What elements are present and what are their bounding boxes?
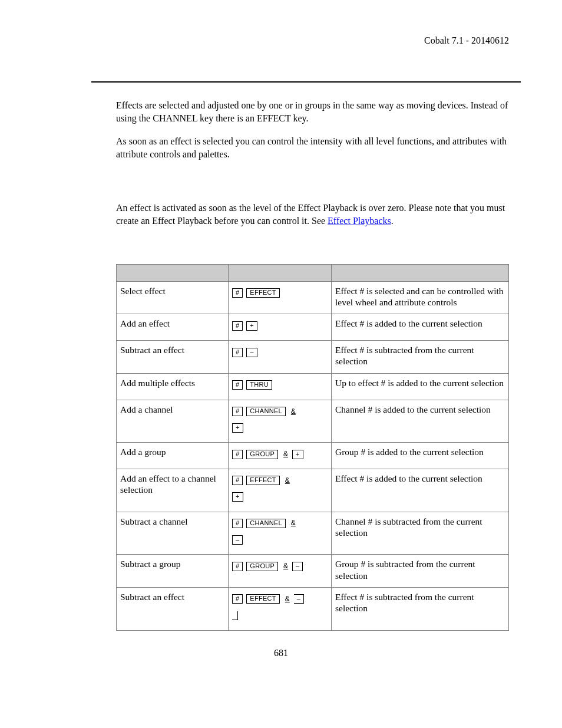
amp-separator: & <box>291 406 296 417</box>
key-plus: + <box>232 492 243 502</box>
desc-cell: Channel # is added to the current select… <box>332 400 509 443</box>
keys-cell: # CHANNEL & – <box>229 512 332 555</box>
table-row: Subtract an effect # EFFECT & – Effect #… <box>117 587 509 630</box>
table-row: Subtract an effect # – Effect # is subtr… <box>117 341 509 374</box>
key-channel: CHANNEL <box>246 519 286 528</box>
key-hash: # <box>232 519 243 528</box>
key-hash: # <box>232 380 243 390</box>
keys-cell: # + <box>229 314 332 341</box>
desc-cell: Group # is subtracted from the current s… <box>332 555 509 588</box>
key-effect: EFFECT <box>246 476 280 485</box>
key-effect: EFFECT <box>246 594 280 604</box>
key-hash: # <box>232 594 243 604</box>
key-minus: – <box>246 348 257 357</box>
page-number: 681 <box>0 648 562 658</box>
table-header-3 <box>332 264 509 281</box>
paragraph-3: An effect is activated as soon as the le… <box>116 202 509 227</box>
table-row: Add multiple effects # THRU Up to effect… <box>117 373 509 400</box>
effect-playbacks-link[interactable]: Effect Playbacks <box>328 216 391 226</box>
desc-cell: Effect # is selected and can be controll… <box>332 281 509 314</box>
keys-cell: # GROUP & – <box>229 555 332 588</box>
key-hash: # <box>232 321 243 331</box>
key-effect: EFFECT <box>246 288 280 298</box>
table-row: Add an effect to a channel selection # E… <box>117 469 509 512</box>
paragraph-2: As soon as an effect is selected you can… <box>116 135 509 160</box>
key-hash: # <box>232 348 243 357</box>
table-row: Add a channel # CHANNEL & + Channel # is… <box>117 400 509 443</box>
key-hash: # <box>232 288 243 298</box>
key-minus: – <box>232 535 243 545</box>
key-plus: + <box>232 423 243 433</box>
action-cell: Subtract a group <box>117 555 229 588</box>
action-cell: Add multiple effects <box>117 373 229 400</box>
key-group: GROUP <box>246 562 278 571</box>
paragraph-3-text: An effect is activated as soon as the le… <box>116 203 505 226</box>
amp-separator: & <box>283 561 288 572</box>
document-header: Cobalt 7.1 - 20140612 <box>91 35 509 46</box>
table-header-row <box>117 264 509 281</box>
table-row: Subtract a channel # CHANNEL & – Channel… <box>117 512 509 555</box>
desc-cell: Effect # is added to the current selecti… <box>332 469 509 512</box>
key-hash: # <box>232 562 243 571</box>
action-cell: Add a channel <box>117 400 229 443</box>
key-group: GROUP <box>246 450 278 459</box>
key-hash: # <box>232 407 243 416</box>
action-cell: Add an effect <box>117 314 229 341</box>
keys-cell: # CHANNEL & + <box>229 400 332 443</box>
table-row: Subtract a group # GROUP & – Group # is … <box>117 555 509 588</box>
table-header-2 <box>229 264 332 281</box>
amp-separator: & <box>285 594 290 605</box>
desc-cell: Group # is added to the current selectio… <box>332 443 509 469</box>
desc-cell: Effect # is added to the current selecti… <box>332 314 509 341</box>
keys-cell: # EFFECT & + <box>229 469 332 512</box>
key-minus: – <box>292 562 303 571</box>
key-fragment <box>232 611 238 620</box>
amp-separator: & <box>291 518 296 529</box>
key-hash: # <box>232 476 243 485</box>
desc-cell: Channel # is subtracted from the current… <box>332 512 509 555</box>
action-cell: Add an effect to a channel selection <box>117 469 229 512</box>
action-cell: Add a group <box>117 443 229 469</box>
table-row: Add a group # GROUP & + Group # is added… <box>117 443 509 469</box>
table-row: Add an effect # + Effect # is added to t… <box>117 314 509 341</box>
action-cell: Subtract an effect <box>117 587 229 630</box>
key-plus: + <box>292 450 303 459</box>
keys-cell: # EFFECT <box>229 281 332 314</box>
desc-cell: Up to effect # is added to the current s… <box>332 373 509 400</box>
table-header-1 <box>117 264 229 281</box>
key-plus: + <box>246 321 257 331</box>
keys-cell: # GROUP & + <box>229 443 332 469</box>
key-minus: – <box>294 594 304 604</box>
key-hash: # <box>232 450 243 459</box>
keys-cell: # EFFECT & – <box>229 587 332 630</box>
keys-cell: # – <box>229 341 332 374</box>
action-cell: Subtract an effect <box>117 341 229 374</box>
paragraph-3-end: . <box>391 216 394 226</box>
effects-table: Select effect # EFFECT Effect # is selec… <box>116 264 509 631</box>
key-channel: CHANNEL <box>246 407 286 416</box>
action-cell: Select effect <box>117 281 229 314</box>
desc-cell: Effect # is subtracted from the current … <box>332 587 509 630</box>
desc-cell: Effect # is subtracted from the current … <box>332 341 509 374</box>
action-cell: Subtract a channel <box>117 512 229 555</box>
paragraph-1: Effects are selected and adjusted one by… <box>116 99 509 124</box>
divider-line <box>91 81 521 83</box>
amp-separator: & <box>283 449 288 460</box>
table-row: Select effect # EFFECT Effect # is selec… <box>117 281 509 314</box>
key-thru: THRU <box>246 380 272 390</box>
keys-cell: # THRU <box>229 373 332 400</box>
amp-separator: & <box>285 475 290 486</box>
